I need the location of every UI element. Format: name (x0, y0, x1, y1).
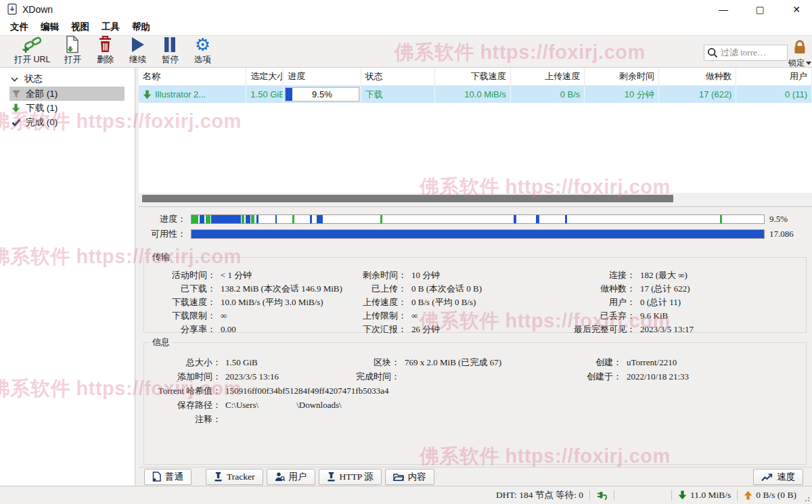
field-label: 上传速度： (347, 296, 407, 308)
torrent-size: 1.50 GiB (246, 86, 284, 103)
speed-graph-button[interactable]: 速度 (753, 469, 803, 485)
availability-value: 17.086 (769, 229, 810, 239)
toolbar-button-label: 继续 (129, 54, 146, 66)
info-groupbox: 信息 总大小：1.50 GiB 区块：769 x 2.0 MiB (已完成 67… (143, 336, 807, 465)
minimize-button[interactable]: — (708, 0, 739, 18)
availability-bar (191, 229, 765, 239)
tab-general[interactable]: 普通 (144, 469, 191, 485)
sidebar-group-status[interactable]: 状态 (0, 72, 135, 87)
tab-content[interactable]: 内容 (385, 469, 434, 485)
transfer-title: 传输 (150, 251, 173, 263)
torrent-name: Illustrator 2... (155, 86, 206, 103)
field-label: 已下载： (151, 283, 216, 295)
line-chart-icon (761, 473, 773, 482)
field-value: 0 (总计 11) (640, 296, 681, 308)
field-label: 剩余时间： (347, 269, 407, 281)
toolbar-button-label: 暂停 (162, 54, 179, 66)
window-title: XDown (22, 4, 53, 15)
field-label: 创建于： (550, 371, 622, 383)
field-value: 10 分钟 (411, 269, 440, 281)
col-eta[interactable]: 剩余时间 (585, 68, 659, 85)
col-selected-size[interactable]: 选定大小 (246, 68, 284, 85)
search-icon (707, 47, 718, 58)
field-value: 26 分钟 (411, 323, 440, 336)
field-label: 总大小： (151, 357, 221, 369)
statusbar: DHT: 184 节点 等待: 0 11.0 MiB/s 0 B/s (0 B) (0, 486, 812, 504)
progress-bar: 9.5% (285, 87, 359, 101)
tab-tracker[interactable]: Tracker (206, 469, 263, 485)
menu-help[interactable]: 帮助 (126, 18, 156, 35)
download-arrow-icon (10, 104, 22, 113)
dht-status: DHT: 184 节点 等待: 0 (496, 489, 583, 501)
sidebar-item-downloading[interactable]: 下载 (1) (9, 101, 125, 115)
pause-button[interactable]: 暂停 (154, 36, 186, 67)
trash-icon (97, 35, 113, 53)
open-url-button[interactable]: 打开 URL (8, 36, 56, 67)
detail-tabbar: 普通 Tracker 用户 HTTP 源 内容 速度 (139, 467, 812, 486)
col-up-speed[interactable]: 上传速度 (511, 68, 585, 85)
global-down-speed-value: 11.0 MiB/s (690, 490, 731, 501)
main-area: 名称 选定大小 进度 状态 下载速度 上传速度 剩余时间 做种数 用户 Illu… (139, 68, 812, 486)
field-value: 2023/3/5 13:17 (640, 324, 694, 335)
sidebar-item-all[interactable]: 全部 (1) (9, 87, 125, 101)
progress-row: 进度： 9.5% (139, 214, 812, 225)
toolbar-button-label: 打开 URL (14, 54, 50, 66)
tab-peers[interactable]: 用户 (267, 469, 315, 485)
col-peers[interactable]: 用户 (736, 68, 812, 85)
save-path-suffix: \Downloads\ (296, 400, 341, 411)
maximize-button[interactable]: ▢ (744, 0, 775, 18)
progress-value: 9.5% (769, 214, 810, 225)
field-value: 17 (总计 622) (640, 283, 690, 295)
resize-grip[interactable] (802, 494, 811, 503)
resume-button[interactable]: 继续 (121, 36, 154, 67)
sidebar-item-label: 完成 (0) (26, 116, 58, 129)
horizontal-scrollbar[interactable] (139, 193, 812, 204)
sidebar-group-label: 状态 (24, 73, 43, 85)
availability-row: 可用性： 17.086 (139, 229, 812, 239)
field-label: 用户： (570, 296, 635, 308)
delete-button[interactable]: 删除 (89, 36, 121, 67)
field-value: 10.0 MiB/s (平均 3.0 MiB/s) (221, 296, 323, 308)
open-file-button[interactable]: 打开 (56, 36, 89, 67)
options-button[interactable]: ⚙ 选项 (186, 36, 219, 67)
col-status[interactable]: 状态 (361, 68, 436, 85)
tab-label: 普通 (165, 471, 183, 483)
availability-label: 可用性： (139, 228, 186, 240)
col-name[interactable]: 名称 (139, 68, 246, 85)
sidebar-item-completed[interactable]: 完成 (0) (9, 115, 125, 129)
status-sidebar: 状态 全部 (1) 下载 (1) 完成 (0) (0, 68, 135, 486)
col-progress[interactable]: 进度 (284, 68, 361, 85)
splitter[interactable] (139, 206, 812, 207)
progress-bar-segments (191, 214, 765, 224)
tab-label: 用户 (289, 471, 307, 483)
torrent-table: 名称 选定大小 进度 状态 下载速度 上传速度 剩余时间 做种数 用户 Illu… (139, 68, 812, 193)
field-label: 上传限制： (347, 310, 407, 322)
field-label: 添加时间： (151, 371, 221, 383)
global-up-speed: 0 B/s (0 B) (744, 490, 796, 501)
torrent-hash-value: 150916ff00f34bf51284f49ff4207471fb5033a4 (225, 386, 388, 396)
col-seeds[interactable]: 做种数 (659, 68, 737, 85)
document-icon (152, 472, 161, 482)
tab-label: 内容 (408, 471, 426, 483)
lock-button[interactable]: 锁定 (788, 40, 811, 69)
menu-file[interactable]: 文件 (4, 18, 35, 35)
tab-http-sources[interactable]: HTTP 源 (319, 469, 382, 485)
close-button[interactable]: ✕ (781, 0, 812, 18)
torrent-status: 下载 (361, 86, 436, 103)
field-label: 连接： (570, 269, 635, 281)
pause-icon (163, 36, 177, 53)
menu-edit[interactable]: 编辑 (35, 18, 65, 35)
field-label: 区块： (347, 357, 400, 369)
torrent-row[interactable]: Illustrator 2... 1.50 GiB 9.5% 下载 10.0 M… (139, 86, 812, 103)
scrollbar-thumb[interactable] (142, 195, 673, 202)
menu-tools[interactable]: 工具 (95, 18, 126, 35)
filter-input[interactable] (721, 47, 783, 58)
connection-plug-icon[interactable] (596, 490, 608, 501)
col-down-speed[interactable]: 下载速度 (435, 68, 511, 85)
global-down-speed: 11.0 MiB/s (678, 490, 731, 501)
field-label: 做种数： (570, 283, 635, 295)
toolbar: 打开 URL 打开 删除 (0, 35, 812, 68)
field-value: 0 B (本次会话 0 B) (411, 283, 482, 295)
field-label: 分享率： (151, 323, 216, 336)
menu-view[interactable]: 视图 (65, 18, 95, 35)
